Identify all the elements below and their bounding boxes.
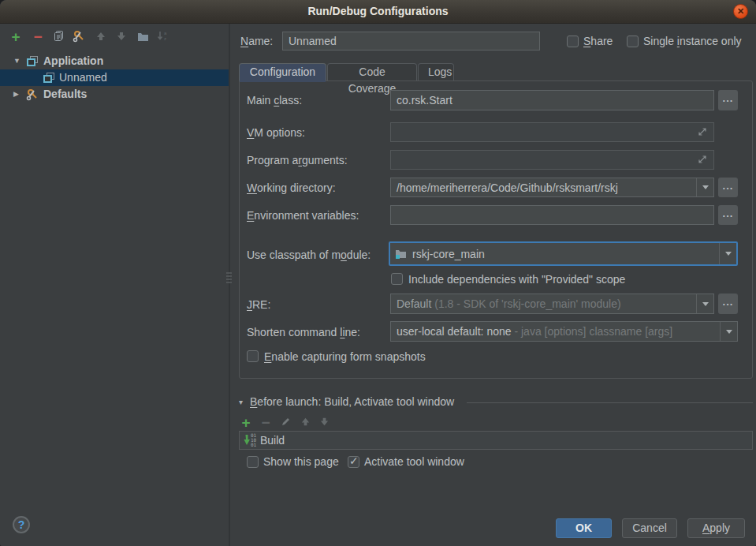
tab-logs[interactable]: Logs	[418, 63, 454, 81]
edit-defaults-wrench-icon[interactable]	[71, 30, 87, 46]
tab-panel-join	[240, 80, 326, 82]
include-dependencies-label: Include dependencies with "Provided" sco…	[408, 273, 625, 286]
ok-button[interactable]: OK	[556, 518, 612, 538]
add-configuration-button[interactable]: +	[8, 30, 24, 46]
sidebar-item-defaults[interactable]: ▶ Defaults	[0, 86, 229, 103]
chevron-down-icon	[726, 330, 732, 337]
svg-text:a: a	[164, 31, 167, 36]
move-up-icon[interactable]	[93, 30, 109, 46]
use-classpath-label: Use classpath of module:	[247, 249, 371, 261]
before-launch-move-down-icon[interactable]	[317, 416, 331, 430]
close-icon: ✕	[737, 6, 744, 16]
shorten-command-line-combo[interactable]: user-local default: none - java [options…	[390, 321, 738, 342]
expand-field-icon[interactable]	[698, 126, 707, 139]
use-classpath-combo[interactable]: rskj-core_main	[389, 241, 738, 266]
use-classpath-value: rskj-core_main	[407, 248, 719, 260]
name-label: Name:	[240, 35, 273, 47]
show-this-page-checkbox[interactable]	[247, 456, 259, 468]
enable-capturing-checkbox[interactable]	[247, 350, 259, 362]
application-icon	[27, 56, 39, 67]
before-launch-add-button[interactable]: +	[239, 416, 253, 430]
close-button[interactable]: ✕	[733, 4, 748, 19]
build-icon	[244, 435, 258, 447]
name-input[interactable]	[282, 32, 540, 50]
jre-value-detail: (1.8 - SDK of 'rskj-core_main' module)	[434, 297, 620, 310]
defaults-wrench-icon	[26, 88, 39, 103]
share-checkbox[interactable]	[567, 36, 579, 47]
working-directory-label: Working directory:	[247, 181, 336, 194]
svg-text:z: z	[164, 36, 166, 41]
help-button[interactable]: ?	[13, 516, 30, 533]
sidebar-item-application[interactable]: ▼ Application	[0, 53, 229, 69]
environment-variables-input[interactable]	[390, 205, 714, 225]
enable-capturing-label: Enable capturing form snapshots	[264, 350, 426, 363]
move-down-icon[interactable]	[114, 30, 129, 46]
remove-configuration-button[interactable]: −	[30, 30, 46, 46]
single-instance-label: Single instance only	[643, 35, 742, 47]
tree-item-label: Unnamed	[59, 71, 107, 84]
titlebar[interactable]: Run/Debug Configurations ✕	[0, 0, 756, 24]
tree-item-label: Defaults	[43, 88, 87, 100]
main-class-browse-button[interactable]: ...	[718, 90, 738, 110]
before-launch-move-up-icon[interactable]	[298, 416, 312, 430]
environment-variables-browse-button[interactable]: ...	[718, 205, 738, 225]
cancel-button[interactable]: Cancel	[622, 518, 677, 538]
chevron-down-icon	[702, 302, 709, 309]
chevron-down-icon	[725, 252, 732, 259]
section-collapse-icon[interactable]: ▾	[239, 398, 243, 406]
use-classpath-dropdown-button[interactable]	[719, 243, 736, 264]
include-dependencies-checkbox[interactable]	[391, 273, 403, 285]
expand-field-icon[interactable]	[698, 154, 707, 166]
divider	[467, 402, 753, 403]
vm-options-input[interactable]	[390, 122, 714, 142]
jre-label: JRE:	[247, 298, 270, 311]
vm-options-label: VM options:	[247, 126, 305, 139]
before-launch-title: Before launch: Build, Activate tool wind…	[250, 395, 454, 408]
help-icon: ?	[18, 518, 25, 531]
jre-dropdown-button[interactable]	[696, 294, 713, 313]
splitter[interactable]	[229, 24, 230, 546]
working-directory-browse-button[interactable]: ...	[718, 178, 738, 197]
jre-combo[interactable]: Default (1.8 - SDK of 'rskj-core_main' m…	[390, 294, 714, 314]
jre-value: Default	[397, 297, 431, 310]
chevron-down-icon	[702, 185, 709, 193]
run-debug-configurations-dialog: Run/Debug Configurations ✕ + − az ▼ Appl…	[0, 0, 756, 546]
shorten-value: user-local default: none	[397, 325, 512, 338]
working-directory-dropdown-button[interactable]	[696, 178, 713, 196]
tree-expanded-icon[interactable]: ▼	[13, 57, 20, 65]
main-class-label: Main class:	[247, 94, 302, 107]
shorten-value-detail: - java [options] classname [args]	[514, 325, 672, 338]
module-icon	[395, 249, 407, 259]
before-launch-edit-pencil-icon[interactable]	[278, 416, 292, 430]
copy-configuration-icon[interactable]	[50, 30, 66, 46]
tab-code-coverage[interactable]: Code Coverage	[327, 63, 417, 81]
working-directory-value: /home/meriherrera/Code/Github/rsksmart/r…	[391, 181, 696, 194]
environment-variables-label: Environment variables:	[247, 209, 359, 222]
window-title: Run/Debug Configurations	[0, 5, 756, 17]
tree-collapsed-icon[interactable]: ▶	[13, 90, 19, 98]
splitter-grip-icon[interactable]	[226, 272, 232, 285]
application-icon	[43, 73, 56, 84]
apply-button[interactable]: Apply	[687, 518, 745, 538]
share-label: Share	[583, 35, 613, 47]
shorten-dropdown-button[interactable]	[720, 322, 737, 341]
tab-configuration[interactable]: Configuration	[239, 63, 326, 81]
before-launch-remove-button[interactable]: −	[259, 416, 273, 430]
working-directory-combo[interactable]: /home/meriherrera/Code/Github/rsksmart/r…	[390, 178, 714, 197]
activate-tool-window-checkbox[interactable]	[348, 456, 359, 468]
program-arguments-input[interactable]	[390, 150, 714, 170]
sidebar-item-unnamed[interactable]: Unnamed	[0, 69, 229, 86]
jre-browse-button[interactable]: ...	[718, 294, 738, 314]
program-arguments-label: Program arguments:	[247, 154, 348, 166]
folder-icon[interactable]	[135, 30, 151, 46]
activate-tool-window-label: Activate tool window	[364, 455, 464, 468]
tree-item-label: Application	[43, 54, 103, 67]
shorten-command-line-label: Shorten command line:	[247, 326, 360, 338]
sort-alphabetically-icon[interactable]: az	[155, 30, 171, 46]
single-instance-checkbox[interactable]	[627, 36, 639, 47]
main-class-input[interactable]	[390, 90, 714, 110]
build-item-label: Build	[260, 434, 285, 447]
show-this-page-label: Show this page	[263, 455, 339, 468]
before-launch-item-build[interactable]: Build	[239, 431, 753, 450]
